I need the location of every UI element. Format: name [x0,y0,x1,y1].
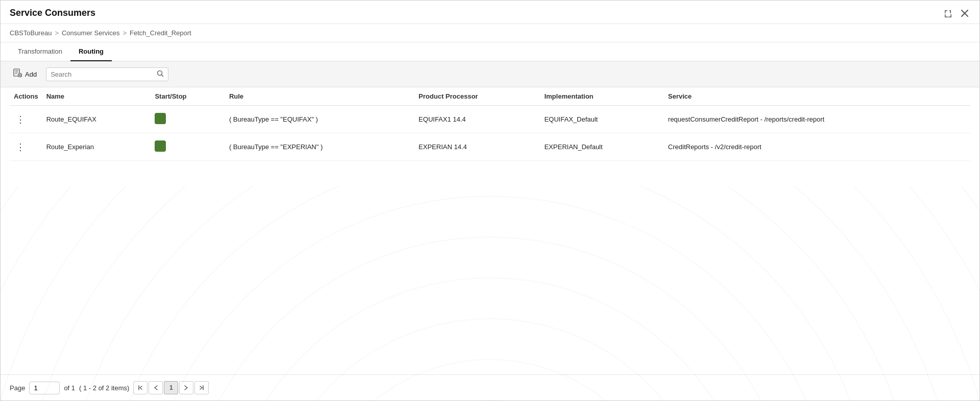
next-page-icon [184,385,188,390]
row-status-2 [151,133,225,161]
status-indicator-2[interactable] [155,140,166,152]
prev-page-icon [154,385,158,390]
pagination: Page of 1 ( 1 - 2 of 2 items) 1 [1,374,979,400]
breadcrumb: CBSToBureau > Consumer Services > Fetch_… [1,24,979,42]
header-actions [942,8,970,18]
add-doc-icon [13,68,22,80]
table-container: Actions Name Start/Stop Rule Product Pro… [1,87,979,374]
col-service: Service [664,87,970,106]
col-implementation: Implementation [540,87,664,106]
row-implementation-1: EQUIFAX_Default [540,106,664,133]
row-actions-1: ⋮ [10,106,42,133]
close-button[interactable] [959,9,970,18]
close-icon [961,10,968,17]
row-name-1: Route_EQUIFAX [42,106,151,133]
col-actions: Actions [10,87,42,106]
routing-table: Actions Name Start/Stop Rule Product Pro… [10,87,970,161]
search-container [46,67,168,81]
row-status-1 [151,106,225,133]
modal-title: Service Consumers [10,8,95,18]
first-page-icon [138,385,143,390]
page-nav: 1 [133,381,209,394]
row-menu-button-2[interactable]: ⋮ [14,141,28,153]
last-page-button[interactable] [194,381,209,394]
row-name-2: Route_Experian [42,133,151,161]
toolbar: Add [1,61,979,87]
breadcrumb-sep-2: > [122,29,127,37]
modal-header: Service Consumers [1,1,979,24]
row-rule-2: ( BureauType == "EXPERIAN" ) [225,133,414,161]
last-page-icon [199,385,204,390]
maximize-icon [944,9,952,17]
current-page-button[interactable]: 1 [164,381,178,394]
row-product-1: EQUIFAX1 14.4 [414,106,540,133]
tab-routing[interactable]: Routing [70,42,112,61]
add-label: Add [25,70,37,78]
col-name: Name [42,87,151,106]
table-header-row: Actions Name Start/Stop Rule Product Pro… [10,87,970,106]
first-page-button[interactable] [133,381,148,394]
breadcrumb-item-3: Fetch_Credit_Report [130,29,191,37]
tabs-bar: Transformation Routing [1,42,979,61]
service-consumers-modal: Service Consumers CBSToBureau > Consumer… [0,0,980,401]
row-service-1: requestConsumerCreditReport - /reports/c… [664,106,970,133]
search-icon [157,70,164,79]
page-label: Page [10,384,25,392]
status-indicator-1[interactable] [155,113,166,124]
row-rule-1: ( BureauType == "EQUIFAX" ) [225,106,414,133]
tab-transformation[interactable]: Transformation [10,42,70,61]
table-row: ⋮ Route_Experian ( BureauType == "EXPERI… [10,133,970,161]
col-product-processor: Product Processor [414,87,540,106]
page-items-info: ( 1 - 2 of 2 items) [79,384,129,392]
breadcrumb-item-1: CBSToBureau [10,29,52,37]
row-product-2: EXPERIAN 14.4 [414,133,540,161]
row-actions-2: ⋮ [10,133,42,161]
page-of: of 1 [64,384,75,392]
maximize-button[interactable] [942,8,954,18]
col-start-stop: Start/Stop [151,87,225,106]
row-service-2: CreditReports - /v2/credit-report [664,133,970,161]
col-rule: Rule [225,87,414,106]
breadcrumb-item-2: Consumer Services [62,29,119,37]
table-row: ⋮ Route_EQUIFAX ( BureauType == "EQUIFAX… [10,106,970,133]
page-input[interactable] [29,382,60,394]
search-input[interactable] [51,70,155,78]
row-menu-button-1[interactable]: ⋮ [14,114,28,125]
breadcrumb-sep-1: > [55,29,59,37]
add-button[interactable]: Add [10,66,40,82]
next-page-button[interactable] [179,381,193,394]
prev-page-button[interactable] [149,381,163,394]
row-implementation-2: EXPERIAN_Default [540,133,664,161]
